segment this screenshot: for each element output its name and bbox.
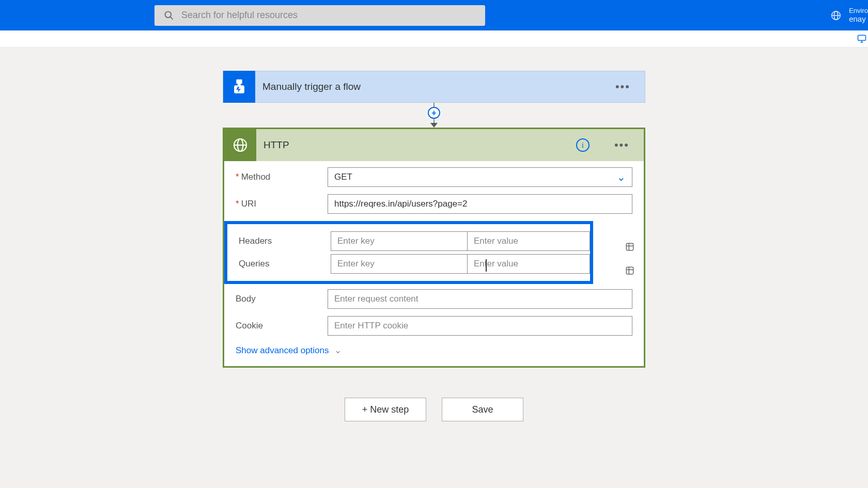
method-row: *Method GET ⌄ xyxy=(236,167,632,187)
connector: + xyxy=(428,103,440,128)
headers-queries-highlight-row: Headers Queries xyxy=(236,221,632,289)
uri-input[interactable] xyxy=(328,194,632,214)
uri-row: *URI xyxy=(236,194,632,214)
method-label: *Method xyxy=(236,172,328,182)
trigger-title: Manually trigger a flow xyxy=(255,81,601,92)
http-title: HTTP xyxy=(256,139,576,151)
search-input[interactable] xyxy=(181,10,476,21)
sub-bar xyxy=(0,30,868,48)
cookie-row: Cookie xyxy=(236,316,632,336)
http-form: *Method GET ⌄ *URI Headers xyxy=(224,161,644,366)
http-header[interactable]: HTTP i ••• xyxy=(224,129,644,161)
svg-line-1 xyxy=(171,17,173,19)
svg-rect-12 xyxy=(626,267,633,274)
queries-mode-toggle[interactable] xyxy=(616,265,644,276)
body-input[interactable] xyxy=(328,289,632,309)
cookie-input[interactable] xyxy=(328,316,632,336)
environment-block[interactable]: Enviro enay xyxy=(830,7,868,24)
svg-point-0 xyxy=(165,11,172,18)
method-select[interactable]: GET ⌄ xyxy=(328,167,632,187)
headers-label: Headers xyxy=(239,236,331,246)
headers-mode-toggle[interactable] xyxy=(616,242,644,252)
svg-rect-9 xyxy=(626,243,633,250)
trigger-menu-icon[interactable]: ••• xyxy=(601,80,645,93)
queries-label: Queries xyxy=(239,259,331,269)
bottom-buttons: + New step Save xyxy=(345,398,523,421)
environment-icon xyxy=(830,10,842,21)
headers-row: Headers xyxy=(227,231,590,251)
save-button[interactable]: Save xyxy=(442,398,523,421)
search-box[interactable] xyxy=(154,5,485,26)
queries-key-input[interactable] xyxy=(331,254,468,274)
feedback-icon[interactable] xyxy=(857,34,867,46)
method-value: GET xyxy=(334,172,352,182)
headers-value-input[interactable] xyxy=(468,231,590,251)
add-step-button[interactable]: + xyxy=(428,107,440,119)
trigger-icon xyxy=(223,71,255,103)
top-bar: Enviro enay xyxy=(0,0,868,30)
body-row: Body xyxy=(236,289,632,309)
info-icon[interactable]: i xyxy=(576,138,590,152)
highlight-box: Headers Queries xyxy=(224,221,593,284)
uri-label: *URI xyxy=(236,199,328,209)
http-menu-icon[interactable]: ••• xyxy=(600,138,644,152)
svg-rect-5 xyxy=(858,35,866,40)
cookie-label: Cookie xyxy=(236,321,328,331)
headers-key-input[interactable] xyxy=(331,231,468,251)
search-icon xyxy=(164,10,174,21)
text-cursor xyxy=(486,259,487,272)
queries-row: Queries xyxy=(227,254,590,274)
arrow-down-icon xyxy=(430,123,438,128)
environment-text: Enviro enay xyxy=(849,7,868,24)
http-card: HTTP i ••• *Method GET ⌄ *URI xyxy=(223,128,645,368)
flow-canvas: Manually trigger a flow ••• + HTTP i •••… xyxy=(0,48,868,421)
show-advanced-link[interactable]: Show advanced options ⌄ xyxy=(236,345,342,356)
chevron-down-icon: ⌄ xyxy=(617,171,626,183)
body-label: Body xyxy=(236,294,328,304)
new-step-button[interactable]: + New step xyxy=(345,398,426,421)
http-icon xyxy=(224,129,256,161)
chevron-down-icon: ⌄ xyxy=(334,345,342,356)
trigger-card[interactable]: Manually trigger a flow ••• xyxy=(223,71,645,103)
